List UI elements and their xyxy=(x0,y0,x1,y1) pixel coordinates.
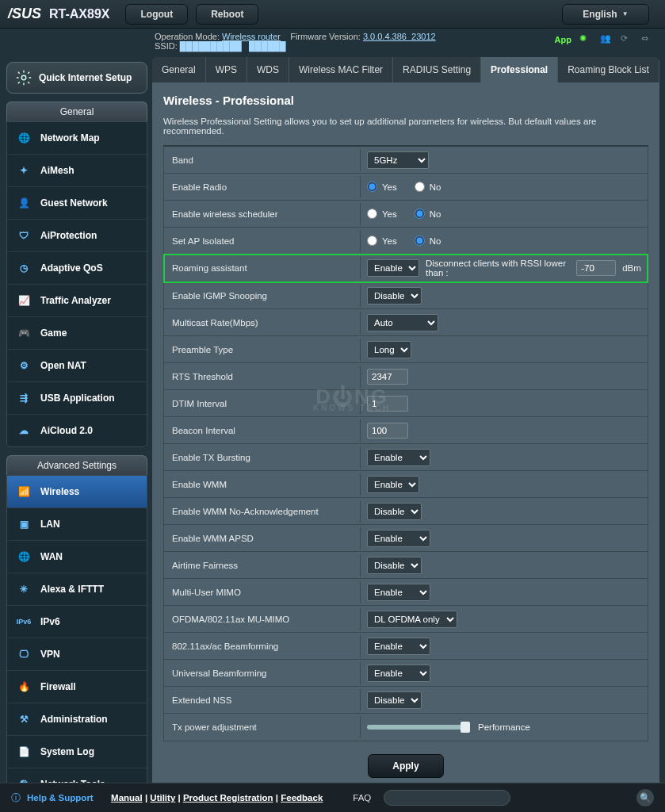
sidebar-item-aimesh[interactable]: ✦AiMesh xyxy=(7,155,147,187)
sidebar-item-administration[interactable]: ⚒Administration xyxy=(7,703,147,736)
row-igmp: Enable IGMP Snooping Disable xyxy=(164,282,648,309)
tab-wps[interactable]: WPS xyxy=(206,57,247,82)
utility-link[interactable]: Utility xyxy=(150,793,175,802)
universal-beamforming-select[interactable]: Enable xyxy=(367,665,430,682)
enable-radio-yes[interactable]: Yes xyxy=(367,182,397,192)
sidebar-item-game[interactable]: 🎮Game xyxy=(7,317,147,350)
enable-radio-no[interactable]: No xyxy=(415,182,441,192)
row-ofdma: OFDMA/802.11ax MU-MIMO DL OFDMA only xyxy=(164,606,648,633)
wmm-noack-select[interactable]: Disable xyxy=(367,503,422,520)
faq-search-input[interactable] xyxy=(384,790,510,806)
sidebar-item-adaptive-qos[interactable]: ◷Adaptive QoS xyxy=(7,252,147,285)
label-mumimo: Multi-User MIMO xyxy=(164,581,361,603)
sidebar-item-firewall[interactable]: 🔥Firewall xyxy=(7,671,147,703)
ipv6-icon: IPv6 xyxy=(15,613,32,630)
ssid-2[interactable]: ██████ xyxy=(249,41,286,51)
rts-input[interactable] xyxy=(367,369,408,385)
tx-power-slider[interactable] xyxy=(367,725,470,730)
apply-button[interactable]: Apply xyxy=(368,754,443,778)
ap-isolated-no[interactable]: No xyxy=(415,236,441,246)
quick-internet-setup[interactable]: Quick Internet Setup xyxy=(6,62,147,94)
search-icon[interactable]: 🔍 xyxy=(636,789,654,806)
label-ofdma: OFDMA/802.11ax MU-MIMO xyxy=(164,608,361,630)
panel-description: Wireless Professional Setting allows you… xyxy=(163,117,648,136)
sidebar-item-network-map[interactable]: 🌐Network Map xyxy=(7,122,147,155)
wmm-apsd-select[interactable]: Enable xyxy=(367,530,430,547)
sidebar-item-alexa-ifttt[interactable]: ✳Alexa & IFTTT xyxy=(7,573,147,606)
airtime-select[interactable]: Disable xyxy=(367,557,422,574)
sidebar-item-ipv6[interactable]: IPv6IPv6 xyxy=(7,606,147,638)
igmp-select[interactable]: Disable xyxy=(367,287,422,304)
menu-label: Network Map xyxy=(40,132,100,144)
tab-radius[interactable]: RADIUS Setting xyxy=(393,57,481,82)
help-support-link[interactable]: Help & Support xyxy=(27,793,94,802)
fire-icon: 🔥 xyxy=(15,678,32,695)
band-select[interactable]: 5GHz xyxy=(367,151,429,169)
sidebar-item-system-log[interactable]: 📄System Log xyxy=(7,736,147,768)
menu-label: Alexa & IFTTT xyxy=(40,584,104,595)
feedback-link[interactable]: Feedback xyxy=(281,793,323,802)
wmm-select[interactable]: Enable xyxy=(367,476,419,493)
language-select[interactable]: English ▼ xyxy=(562,4,649,25)
fw-link[interactable]: 3.0.0.4.386_23012 xyxy=(363,32,436,41)
sidebar-item-guest-network[interactable]: 👤Guest Network xyxy=(7,187,147,220)
sidebar-item-open-nat[interactable]: ⚙Open NAT xyxy=(7,350,147,382)
beacon-input[interactable] xyxy=(367,423,408,439)
tab-professional[interactable]: Professional xyxy=(481,57,558,82)
scheduler-no[interactable]: No xyxy=(415,209,441,219)
sidebar-item-lan[interactable]: ▣LAN xyxy=(7,508,147,541)
mumimo-select[interactable]: Enable xyxy=(367,584,430,601)
vpn-icon: 🖵 xyxy=(15,645,32,663)
sidebar-item-wan[interactable]: 🌐WAN xyxy=(7,541,147,573)
slider-thumb[interactable] xyxy=(461,722,470,733)
gear-icon[interactable]: ✺ xyxy=(579,33,592,46)
usb-icon[interactable]: ⇔ xyxy=(641,33,654,46)
ofdma-select[interactable]: DL OFDMA only xyxy=(367,611,457,628)
multicast-select[interactable]: Auto xyxy=(367,314,438,331)
sidebar-item-wireless[interactable]: 📶Wireless xyxy=(7,476,147,508)
beamforming-select[interactable]: Enable xyxy=(367,638,430,655)
reboot-button[interactable]: Reboot xyxy=(196,4,258,25)
general-menu: 🌐Network Map ✦AiMesh 👤Guest Network 🛡AiP… xyxy=(6,121,147,447)
txburst-select[interactable]: Enable xyxy=(367,449,430,466)
menu-label: Adaptive QoS xyxy=(40,262,103,274)
reboot-icon[interactable]: ⟳ xyxy=(621,33,633,46)
globe-icon: 🌐 xyxy=(15,129,32,147)
dtim-input[interactable] xyxy=(367,396,408,412)
row-roaming-assistant: Roaming assistant Enable Disconnect clie… xyxy=(164,255,648,282)
roaming-select[interactable]: Enable xyxy=(367,259,419,277)
manual-link[interactable]: Manual xyxy=(111,793,143,802)
ap-isolated-yes[interactable]: Yes xyxy=(367,236,397,246)
nat-icon: ⚙ xyxy=(15,357,32,374)
logout-button[interactable]: Logout xyxy=(125,4,188,25)
clients-icon[interactable]: 👥 xyxy=(600,33,613,46)
scheduler-yes[interactable]: Yes xyxy=(367,209,397,219)
tab-roaming-block[interactable]: Roaming Block List xyxy=(558,57,659,82)
menu-label: Open NAT xyxy=(40,360,86,371)
sidebar-item-aicloud[interactable]: ☁AiCloud 2.0 xyxy=(7,415,147,446)
sidebar-item-usb-application[interactable]: ⇶USB Application xyxy=(7,382,147,415)
tab-general[interactable]: General xyxy=(152,57,206,82)
row-preamble: Preamble Type Long xyxy=(164,336,648,363)
sidebar-item-traffic-analyzer[interactable]: 📈Traffic Analyzer xyxy=(7,285,147,317)
op-mode-link[interactable]: Wireless router xyxy=(222,32,281,41)
ssid-1[interactable]: ██████████ xyxy=(180,41,242,51)
sidebar-item-aiprotection[interactable]: 🛡AiProtection xyxy=(7,220,147,252)
tab-mac-filter[interactable]: Wireless MAC Filter xyxy=(289,57,393,82)
menu-label: USB Application xyxy=(40,393,115,404)
product-reg-link[interactable]: Product Registration xyxy=(183,793,273,802)
extended-nss-select[interactable]: Disable xyxy=(367,691,422,709)
row-wmm-apsd: Enable WMM APSD Enable xyxy=(164,525,648,552)
no-text: No xyxy=(430,236,441,246)
roaming-rssi-input[interactable] xyxy=(576,260,616,276)
menu-label: System Log xyxy=(40,746,94,757)
svg-point-0 xyxy=(21,75,26,80)
yes-text: Yes xyxy=(382,209,397,219)
tab-wds[interactable]: WDS xyxy=(247,57,289,82)
advanced-header: Advanced Settings xyxy=(6,455,147,475)
preamble-select[interactable]: Long xyxy=(367,341,411,358)
app-label[interactable]: App xyxy=(555,35,571,44)
usb-icon: ⇶ xyxy=(15,389,32,407)
label-wmm: Enable WMM xyxy=(164,473,361,496)
sidebar-item-vpn[interactable]: 🖵VPN xyxy=(7,638,147,671)
